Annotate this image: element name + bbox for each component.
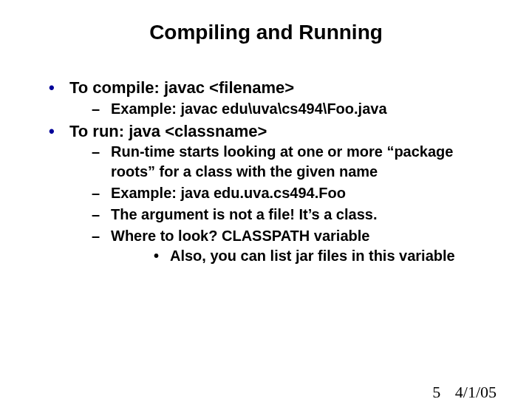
sub-bullet-list: Example: javac edu\uva\cs494\Foo.java xyxy=(69,99,495,119)
sub-bullet-item: Run-time starts looking at one or more “… xyxy=(69,142,495,182)
subsub-bullet-list: Also, you can list jar files in this var… xyxy=(111,246,495,266)
slide-content: To compile: javac <filename> Example: ja… xyxy=(49,77,495,266)
sub-bullet-item: Example: java edu.uva.cs494.Foo xyxy=(69,183,495,203)
sub-bullet-item: Example: javac edu\uva\cs494\Foo.java xyxy=(69,99,495,119)
page-number: 5 xyxy=(432,383,440,399)
slide-date: 4/1/05 xyxy=(455,383,497,399)
sub-bullet-text: The argument is not a file! It’s a class… xyxy=(111,206,377,222)
bullet-item: To run: java <classname> Run-time starts… xyxy=(49,120,495,267)
sub-bullet-text: Where to look? CLASSPATH variable xyxy=(111,228,369,244)
sub-bullet-item: The argument is not a file! It’s a class… xyxy=(69,205,495,225)
sub-bullet-text: Example: javac edu\uva\cs494\Foo.java xyxy=(111,100,387,117)
slide-footer: 5 4/1/05 xyxy=(432,383,497,399)
bullet-list: To compile: javac <filename> Example: ja… xyxy=(49,77,495,266)
sub-bullet-text: Run-time starts looking at one or more “… xyxy=(111,143,453,180)
bullet-text: To run: java <classname> xyxy=(69,122,267,140)
sub-bullet-list: Run-time starts looking at one or more “… xyxy=(69,142,495,266)
slide-title: Compiling and Running xyxy=(0,21,532,44)
subsub-bullet-item: Also, you can list jar files in this var… xyxy=(111,246,495,266)
bullet-text: To compile: javac <filename> xyxy=(69,78,294,97)
slide: Compiling and Running To compile: javac … xyxy=(0,21,532,399)
bullet-item: To compile: javac <filename> Example: ja… xyxy=(49,77,495,119)
subsub-bullet-text: Also, you can list jar files in this var… xyxy=(170,248,455,264)
sub-bullet-text: Example: java edu.uva.cs494.Foo xyxy=(111,185,346,201)
sub-bullet-item: Where to look? CLASSPATH variable Also, … xyxy=(69,226,495,266)
